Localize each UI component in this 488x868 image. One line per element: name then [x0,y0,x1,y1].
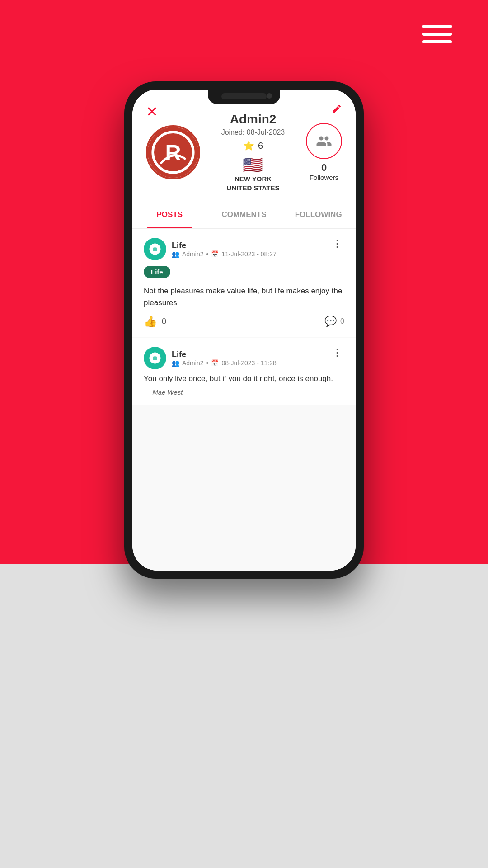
post-author-icon-2: 👥 [172,359,179,367]
followers-label: Followers [310,174,338,181]
rating-row: ⭐ 6 [243,140,263,151]
list-item: Life 👥 Admin2 • 📅 11-Jul-2023 - 08:27 [132,229,356,337]
post-header-left-2: Life 👥 Admin2 • 📅 08-Jul-2023 - 11:28 [144,347,277,369]
post-text-2: You only live once, but if you do it rig… [144,373,344,385]
like-icon[interactable]: 👍 [144,315,157,328]
comment-section[interactable]: 💬 0 [324,316,344,327]
post-date-icon-2: 📅 [211,359,219,367]
post-date-separator-2: • [206,359,208,367]
location-line2: UNITED STATES [227,184,280,193]
phone-speaker [221,93,267,99]
username: Admin2 [230,112,277,127]
post-author-icon: 👥 [172,250,179,258]
phone-outer-shell: ✕ [124,81,364,579]
post-title: Life [172,241,277,250]
phone-camera [267,93,272,99]
post-author-date: 👥 Admin2 • 📅 11-Jul-2023 - 08:27 [172,250,277,258]
list-item: Life 👥 Admin2 • 📅 08-Jul-2023 - 11:28 [132,338,356,405]
star-icon: ⭐ [243,140,254,151]
country-flag: 🇺🇸 [243,156,263,175]
post-author: Admin2 [182,250,203,258]
phone-mockup: ✕ [124,81,364,579]
post-more-button-2[interactable]: ⋮ [330,347,344,359]
post-footer: 👍 0 💬 0 [144,315,344,328]
posts-list: Life 👥 Admin2 • 📅 11-Jul-2023 - 08:27 [132,229,356,571]
post-author-date-2: 👥 Admin2 • 📅 08-Jul-2023 - 11:28 [172,359,277,367]
rating-number: 6 [258,141,263,151]
joined-date: Joined: 08-Jul-2023 [221,128,285,137]
post-avatar-2 [144,347,166,369]
hamburger-line-1 [422,25,452,28]
profile-center: Admin2 Joined: 08-Jul-2023 ⭐ 6 🇺🇸 NEW YO… [209,112,297,192]
followers-count: 0 [321,162,327,174]
post-more-button[interactable]: ⋮ [330,238,344,250]
post-date-2: 08-Jul-2023 - 11:28 [221,359,276,367]
location-section: 🇺🇸 NEW YORK UNITED STATES [227,156,280,192]
hamburger-line-3 [422,40,452,43]
post-avatar-icon [148,242,162,256]
post-author-2: Admin2 [182,359,203,367]
hamburger-menu-button[interactable] [422,25,452,43]
svg-text:R: R [165,140,181,164]
avatar: R [146,125,200,179]
post-text: Not the pleasures make value life, but l… [144,285,344,308]
tab-following[interactable]: FOLLOWING [281,201,356,228]
followers-icon-circle [306,123,342,159]
tab-posts[interactable]: POSTS [132,201,207,228]
tabs-container: POSTS COMMENTS FOLLOWING [132,201,356,229]
post-date-icon: 📅 [211,250,219,258]
post-header: Life 👥 Admin2 • 📅 11-Jul-2023 - 08:27 [144,238,344,260]
close-button[interactable]: ✕ [146,103,158,120]
profile-info-row: R Admin2 Joined: 08-Jul-2023 ⭐ [146,112,342,192]
post-quote: — Mae West [144,388,344,396]
edit-icon [331,104,342,114]
post-header-2: Life 👥 Admin2 • 📅 08-Jul-2023 - 11:28 [144,347,344,369]
post-avatar-icon-2 [148,351,162,365]
post-title-2: Life [172,350,277,359]
avatar-svg: R [148,127,198,178]
profile-section: ✕ [132,90,356,201]
comment-count: 0 [340,317,344,326]
like-count: 0 [162,317,166,326]
post-meta: Life 👥 Admin2 • 📅 11-Jul-2023 - 08:27 [172,241,277,258]
post-tag-1: Life [144,266,170,278]
post-header-left: Life 👥 Admin2 • 📅 11-Jul-2023 - 08:27 [144,238,277,260]
post-date-separator: • [206,250,208,258]
screen-content: ✕ [132,90,356,571]
phone-screen: ✕ [132,90,356,571]
comment-icon: 💬 [324,316,337,327]
location-text: NEW YORK UNITED STATES [227,175,280,192]
avatar-inner: R [148,127,198,178]
post-avatar [144,238,166,260]
post-date: 11-Jul-2023 - 08:27 [221,250,276,258]
like-section: 👍 0 [144,315,166,328]
hamburger-line-2 [422,33,452,36]
followers-section[interactable]: 0 Followers [306,123,342,181]
followers-icon [316,133,332,149]
post-meta-2: Life 👥 Admin2 • 📅 08-Jul-2023 - 11:28 [172,350,277,367]
location-line1: NEW YORK [227,175,280,184]
edit-button[interactable] [331,103,342,118]
tab-comments[interactable]: COMMENTS [207,201,282,228]
